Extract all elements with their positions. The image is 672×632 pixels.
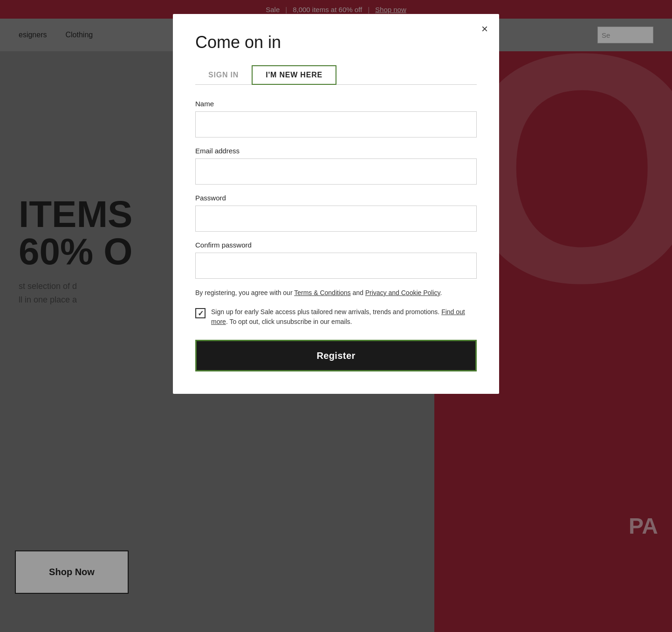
terms-text: By registering, you agree with our Terms… (195, 288, 477, 298)
close-button[interactable]: × (481, 23, 488, 34)
password-input[interactable] (195, 206, 477, 232)
name-input[interactable] (195, 111, 477, 137)
terms-period: . (440, 289, 442, 296)
privacy-policy-link[interactable]: Privacy and Cookie Policy (365, 289, 440, 296)
password-field-group: Password (195, 194, 477, 232)
name-label: Name (195, 100, 477, 108)
email-field-group: Email address (195, 147, 477, 185)
modal-overlay: × Come on in SIGN IN I'M NEW HERE Name E… (0, 0, 672, 632)
email-input[interactable] (195, 158, 477, 185)
confirm-password-input[interactable] (195, 253, 477, 279)
terms-prefix: By registering, you agree with our (195, 289, 294, 296)
tab-signin[interactable]: SIGN IN (195, 65, 252, 84)
tab-new-here[interactable]: I'M NEW HERE (252, 65, 336, 85)
terms-conditions-link[interactable]: Terms & Conditions (294, 289, 350, 296)
marketing-checkbox-row: Sign up for early Sale access plus tailo… (195, 307, 477, 327)
confirm-password-field-group: Confirm password (195, 241, 477, 279)
modal-title: Come on in (195, 33, 477, 52)
registration-modal: × Come on in SIGN IN I'M NEW HERE Name E… (173, 14, 499, 394)
name-field-group: Name (195, 100, 477, 137)
auth-tabs: SIGN IN I'M NEW HERE (195, 65, 477, 85)
email-label: Email address (195, 147, 477, 155)
marketing-text-1: Sign up for early Sale access plus tailo… (211, 308, 441, 316)
password-label: Password (195, 194, 477, 202)
marketing-label: Sign up for early Sale access plus tailo… (211, 307, 477, 327)
marketing-text-2: . To opt out, click unsubscribe in our e… (226, 318, 352, 325)
register-button[interactable]: Register (195, 340, 477, 371)
terms-and: and (351, 289, 365, 296)
marketing-checkbox[interactable] (195, 308, 206, 318)
confirm-password-label: Confirm password (195, 241, 477, 249)
